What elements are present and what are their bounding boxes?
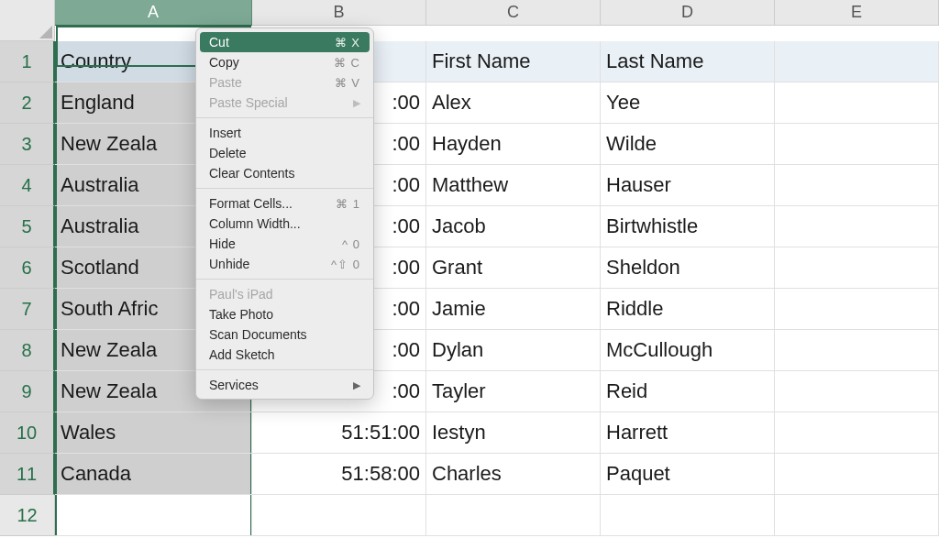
menu-item-shortcut: ⌘ 1 (336, 197, 360, 211)
menu-item-shortcut: ⌘ V (335, 76, 360, 90)
menu-item-column-width[interactable]: Column Width... (196, 214, 373, 234)
cell-D10[interactable]: Harrett (601, 412, 775, 454)
cell-E4[interactable] (775, 165, 939, 206)
menu-item-shortcut: ^ 0 (342, 237, 360, 251)
cell-B10[interactable]: 51:51:00 (252, 412, 426, 454)
cell-E7[interactable] (775, 289, 939, 330)
submenu-arrow-icon: ▶ (353, 97, 360, 109)
menu-item-scan-documents[interactable]: Scan Documents (196, 324, 373, 345)
menu-item-insert[interactable]: Insert (196, 123, 373, 143)
cell-E10[interactable] (775, 412, 939, 454)
cell-E9[interactable] (775, 371, 939, 412)
cell-C9[interactable]: Tayler (426, 371, 601, 412)
spreadsheet-grid[interactable]: A B C D E 1 Country First Name Last Name… (0, 0, 939, 536)
cell-C3[interactable]: Hayden (426, 124, 601, 165)
menu-item-label: Paste Special (209, 95, 353, 110)
cell-D6[interactable]: Sheldon (601, 247, 775, 289)
row-header-10[interactable]: 10 (0, 412, 55, 454)
cell-C6[interactable]: Grant (426, 247, 601, 289)
cell-E3[interactable] (775, 124, 939, 165)
cell-C1[interactable]: First Name (426, 41, 601, 82)
menu-item-label: Copy (209, 55, 334, 70)
cell-D7[interactable]: Riddle (601, 289, 775, 330)
row-header-3[interactable]: 3 (0, 124, 55, 165)
row-header-4[interactable]: 4 (0, 165, 55, 206)
row-header-7[interactable]: 7 (0, 289, 55, 330)
cell-D9[interactable]: Reid (601, 371, 775, 412)
column-header-C[interactable]: C (426, 0, 601, 26)
menu-item-label: Services (209, 378, 353, 392)
cell-D12[interactable] (601, 495, 775, 536)
cell-B12[interactable] (252, 495, 426, 536)
menu-item-cut[interactable]: Cut⌘ X (200, 32, 370, 52)
cell-D4[interactable]: Hauser (601, 165, 775, 206)
select-all-triangle-icon (39, 26, 52, 38)
cell-A11[interactable]: Canada (55, 454, 252, 495)
cell-D11[interactable]: Paquet (601, 454, 775, 495)
menu-item-hide[interactable]: Hide^ 0 (196, 234, 373, 254)
cell-E8[interactable] (775, 330, 939, 371)
cell-D5[interactable]: Birtwhistle (601, 206, 775, 247)
menu-separator (196, 188, 373, 189)
column-header-B[interactable]: B (252, 0, 426, 26)
menu-item-take-photo[interactable]: Take Photo (196, 304, 373, 324)
cell-A10[interactable]: Wales (55, 412, 252, 454)
menu-item-label: Paste (209, 75, 335, 90)
cell-E12[interactable] (775, 495, 939, 536)
menu-item-delete[interactable]: Delete (196, 143, 373, 163)
menu-item-clear-contents[interactable]: Clear Contents (196, 163, 373, 183)
submenu-arrow-icon: ▶ (353, 379, 360, 391)
column-header-D[interactable]: D (601, 0, 775, 26)
cell-D8[interactable]: McCullough (601, 330, 775, 371)
cell-C12[interactable] (426, 495, 601, 536)
menu-separator (196, 369, 373, 370)
menu-item-label: Clear Contents (209, 166, 360, 181)
menu-item-label: Scan Documents (209, 327, 360, 342)
menu-item-label: Add Sketch (209, 347, 360, 362)
cell-D2[interactable]: Yee (601, 82, 775, 124)
cell-A12[interactable] (55, 495, 252, 536)
row-header-5[interactable]: 5 (0, 206, 55, 247)
select-all-corner[interactable] (0, 0, 55, 41)
row-header-1[interactable]: 1 (0, 41, 55, 82)
menu-item-label: Insert (209, 126, 360, 140)
cell-C11[interactable]: Charles (426, 454, 601, 495)
row-header-6[interactable]: 6 (0, 247, 55, 289)
context-menu[interactable]: Cut⌘ XCopy⌘ CPaste⌘ VPaste Special▶Inser… (195, 27, 374, 400)
row-header-12[interactable]: 12 (0, 495, 55, 536)
cell-C8[interactable]: Dylan (426, 330, 601, 371)
column-header-E[interactable]: E (775, 0, 939, 26)
menu-item-label: Format Cells... (209, 196, 336, 211)
row-header-9[interactable]: 9 (0, 371, 55, 412)
cell-E1[interactable] (775, 41, 939, 82)
cell-E5[interactable] (775, 206, 939, 247)
menu-item-shortcut: ⌘ X (335, 36, 360, 49)
menu-item-label: Delete (209, 146, 360, 160)
cell-D1[interactable]: Last Name (601, 41, 775, 82)
menu-item-label: Cut (209, 35, 335, 49)
cell-C4[interactable]: Matthew (426, 165, 601, 206)
row-header-11[interactable]: 11 (0, 454, 55, 495)
menu-item-format-cells[interactable]: Format Cells...⌘ 1 (196, 193, 373, 214)
row-header-8[interactable]: 8 (0, 330, 55, 371)
menu-item-shortcut: ⌘ C (334, 56, 360, 70)
cell-C5[interactable]: Jacob (426, 206, 601, 247)
cell-B11[interactable]: 51:58:00 (252, 454, 426, 495)
row-header-2[interactable]: 2 (0, 82, 55, 124)
cell-C7[interactable]: Jamie (426, 289, 601, 330)
column-header-A[interactable]: A (55, 0, 252, 26)
menu-item-label: Paul's iPad (209, 287, 360, 302)
menu-item-shortcut: ^⇧ 0 (331, 258, 360, 271)
menu-item-paste: Paste⌘ V (196, 72, 373, 93)
menu-item-services[interactable]: Services▶ (196, 375, 373, 395)
cell-E2[interactable] (775, 82, 939, 124)
menu-item-add-sketch[interactable]: Add Sketch (196, 345, 373, 365)
menu-item-copy[interactable]: Copy⌘ C (196, 52, 373, 72)
menu-item-unhide[interactable]: Unhide^⇧ 0 (196, 254, 373, 274)
menu-item-paul-s-ipad: Paul's iPad (196, 284, 373, 304)
cell-C2[interactable]: Alex (426, 82, 601, 124)
cell-E11[interactable] (775, 454, 939, 495)
cell-C10[interactable]: Iestyn (426, 412, 601, 454)
cell-E6[interactable] (775, 247, 939, 289)
cell-D3[interactable]: Wilde (601, 124, 775, 165)
